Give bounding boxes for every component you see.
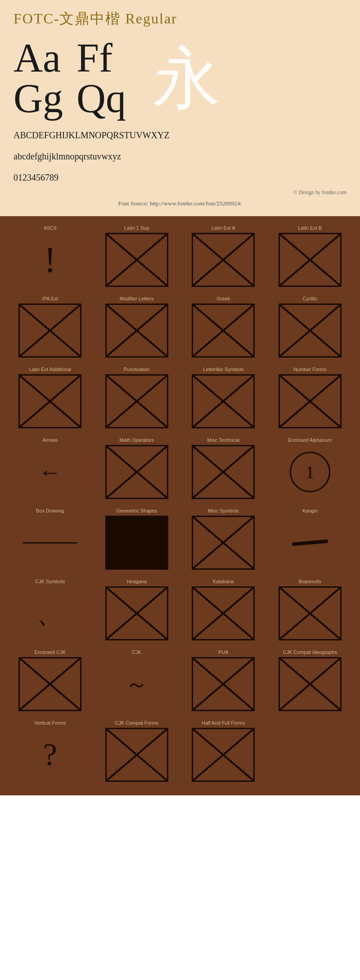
label-ipa-ext: IPA Ext bbox=[42, 296, 58, 301]
label-latin-ext-additional: Latin Ext Additional bbox=[29, 367, 71, 372]
preview-letter-qq: Qq bbox=[76, 78, 126, 119]
cjk-comma-symbol: 、 bbox=[36, 600, 63, 627]
cell-cyrillic: Cyrillic bbox=[267, 294, 354, 360]
placeholder-latin-ext-a bbox=[192, 233, 255, 287]
grid-row-7: Enclosed CJK CJK ～ PUA CJK Compat Ideogr… bbox=[7, 647, 353, 713]
ascii-content: ! bbox=[18, 233, 81, 287]
alphabet-upper: ABCDEFGHIJKLMNOPQRSTUVWXYZ bbox=[14, 123, 346, 145]
label-katakana: Katakana bbox=[213, 579, 234, 584]
placeholder-cjk-compat-ideographs bbox=[279, 657, 342, 711]
alphabet-lower: abcdefghijklmnopqrstuvwxyz bbox=[14, 145, 346, 166]
grid-row-1: ASCII ! Latin 1 Sup Latin Ext A Latin Ex… bbox=[7, 223, 353, 289]
placeholder-letterlike-symbols bbox=[192, 374, 255, 428]
cell-cjk-compat-ideographs: CJK Compat Ideographs bbox=[267, 647, 354, 713]
placeholder-math-operators bbox=[105, 445, 168, 499]
label-cjk-compat-ideographs: CJK Compat Ideographs bbox=[283, 649, 337, 655]
grid-section: ASCII ! Latin 1 Sup Latin Ext A Latin Ex… bbox=[0, 216, 360, 795]
box-drawing-content bbox=[18, 516, 81, 570]
label-hiragana: Hiragana bbox=[126, 579, 147, 584]
cjk-tilde-symbol: ～ bbox=[126, 669, 148, 699]
cell-misc-technical: Misc Technical bbox=[180, 435, 267, 501]
label-enclosed-alphanum: Enclosed Alphanum bbox=[288, 437, 332, 443]
cell-math-operators: Math Operators bbox=[94, 435, 180, 501]
label-bopomofo: Bopomofo bbox=[299, 579, 321, 584]
cell-arrows: Arrows ← bbox=[7, 435, 94, 501]
cell-latin1sup: Latin 1 Sup bbox=[94, 223, 180, 289]
cell-punctuation: Punctuation bbox=[94, 364, 180, 431]
cell-latin-ext-additional: Latin Ext Additional bbox=[7, 364, 94, 431]
cell-letterlike-symbols: Letterlike Symbols bbox=[180, 364, 267, 431]
preview-area: Aa Ff Gg Qq 永 bbox=[14, 33, 346, 123]
grid-row-4: Arrows ← Math Operators Misc Technical E… bbox=[7, 435, 353, 501]
circle-one-symbol: 1 bbox=[290, 452, 330, 492]
label-greek: Greek bbox=[216, 296, 230, 301]
label-misc-technical: Misc Technical bbox=[207, 437, 239, 443]
placeholder-hiragana bbox=[105, 586, 168, 640]
label-latin1sup: Latin 1 Sup bbox=[124, 225, 149, 231]
placeholder-cjk-compat-forms bbox=[105, 728, 168, 782]
cell-latin-ext-b: Latin Ext B bbox=[267, 223, 354, 289]
placeholder-modifier-letters bbox=[105, 304, 168, 358]
label-misc-symbols: Misc Symbols bbox=[208, 508, 238, 513]
cell-half-full-forms: Half And Full Forms bbox=[180, 718, 267, 784]
digits: 0123456789 bbox=[14, 166, 346, 187]
placeholder-katakana bbox=[192, 586, 255, 640]
label-kangxi: Kangxi bbox=[302, 508, 318, 513]
placeholder-cyrillic bbox=[279, 304, 342, 358]
placeholder-greek bbox=[192, 304, 255, 358]
cell-greek: Greek bbox=[180, 294, 267, 360]
label-modifier-letters: Modifier Letters bbox=[120, 296, 154, 301]
label-pua: PUA bbox=[218, 649, 229, 655]
placeholder-punctuation bbox=[105, 374, 168, 428]
label-geometric-shapes: Geometric Shapes bbox=[116, 508, 157, 513]
cell-latin-ext-a: Latin Ext A bbox=[180, 223, 267, 289]
font-title: FOTC-文鼎中楷 Regular bbox=[14, 9, 346, 29]
enclosed-alphanum-content: 1 bbox=[279, 445, 342, 499]
cell-misc-symbols: Misc Symbols bbox=[180, 506, 267, 572]
arrow-icon: ← bbox=[39, 459, 61, 485]
cell-box-drawing: Box Drawing bbox=[7, 506, 94, 572]
cell-number-forms: Number Forms bbox=[267, 364, 354, 431]
placeholder-pua bbox=[192, 657, 255, 711]
placeholder-latin-ext-additional bbox=[18, 374, 81, 428]
label-arrows: Arrows bbox=[42, 437, 58, 443]
question-mark-symbol: ? bbox=[43, 737, 57, 773]
label-half-full-forms: Half And Full Forms bbox=[202, 720, 245, 726]
cell-cjk: CJK ～ bbox=[94, 647, 180, 713]
label-letterlike-symbols: Letterlike Symbols bbox=[203, 367, 243, 372]
preview-latin: Aa Ff Gg Qq bbox=[14, 38, 126, 119]
grid-row-3: Latin Ext Additional Punctuation Letterl… bbox=[7, 364, 353, 431]
geometric-shapes-content bbox=[105, 516, 168, 570]
label-box-drawing: Box Drawing bbox=[36, 508, 64, 513]
cell-ascii: ASCII ! bbox=[7, 223, 94, 289]
label-punctuation: Punctuation bbox=[124, 367, 150, 372]
cell-modifier-letters: Modifier Letters bbox=[94, 294, 180, 360]
placeholder-bopomofo bbox=[279, 586, 342, 640]
placeholder-half-full-forms bbox=[192, 728, 255, 782]
grid-row-2: IPA Ext Modifier Letters Greek Cyrillic bbox=[7, 294, 353, 360]
cell-bopomofo: Bopomofo bbox=[267, 576, 354, 643]
font-source: Font Source: http://www.fontke.com/font/… bbox=[14, 198, 346, 212]
cell-geometric-shapes: Geometric Shapes bbox=[94, 506, 180, 572]
placeholder-latin1sup bbox=[105, 233, 168, 287]
preview-letter-ff: Ff bbox=[76, 38, 126, 78]
placeholder-enclosed-cjk bbox=[18, 657, 81, 711]
kangxi-content bbox=[279, 516, 342, 570]
cell-enclosed-cjk: Enclosed CJK bbox=[7, 647, 94, 713]
preview-letter-gg: Gg bbox=[14, 78, 63, 119]
label-cjk-compat-forms: CJK Compat Forms bbox=[115, 720, 158, 726]
placeholder-misc-technical bbox=[192, 445, 255, 499]
cell-cjk-compat-forms: CJK Compat Forms bbox=[94, 718, 180, 784]
cell-kangxi: Kangxi bbox=[267, 506, 354, 572]
label-math-operators: Math Operators bbox=[120, 437, 154, 443]
cell-vertical-forms: Vertical Forms ? bbox=[7, 718, 94, 784]
copyright: © Design by fontke.com bbox=[14, 187, 346, 198]
placeholder-ipa-ext bbox=[18, 304, 81, 358]
vertical-forms-content: ? bbox=[18, 728, 81, 782]
label-ascii: ASCII bbox=[44, 225, 57, 231]
cell-ipa-ext: IPA Ext bbox=[7, 294, 94, 360]
placeholder-number-forms bbox=[279, 374, 342, 428]
preview-letter-aa: Aa bbox=[14, 38, 63, 78]
label-cjk: CJK bbox=[132, 649, 141, 655]
label-vertical-forms: Vertical Forms bbox=[34, 720, 66, 726]
